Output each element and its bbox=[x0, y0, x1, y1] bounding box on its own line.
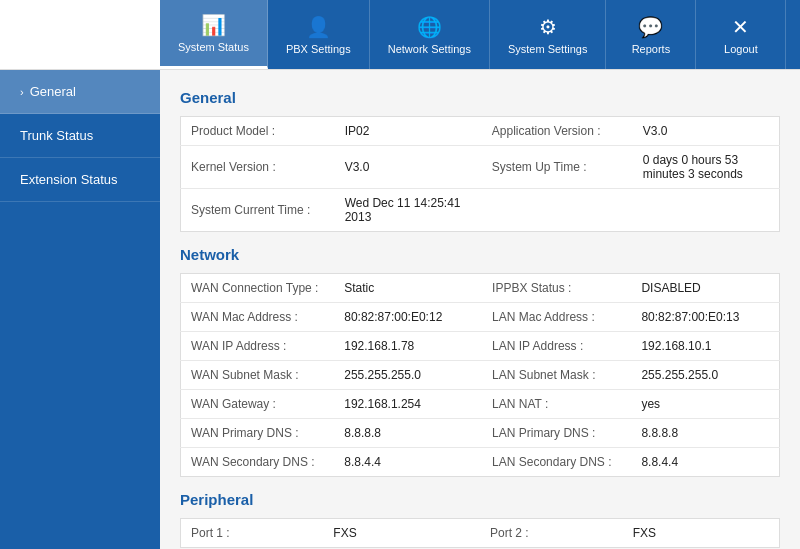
field-value: DISABLED bbox=[631, 274, 779, 303]
info-table-peripheral_title: Port 1 :FXSPort 2 :FXS bbox=[180, 518, 780, 548]
field-label: WAN Mac Address : bbox=[181, 303, 335, 332]
nav-tab-logout[interactable]: ✕ Logout bbox=[696, 0, 786, 69]
header: 📊 System Status 👤 PBX Settings 🌐 Network… bbox=[0, 0, 800, 70]
field-value: 8.8.4.4 bbox=[334, 448, 482, 477]
chevron-icon: › bbox=[20, 86, 24, 98]
field-value: 192.168.1.254 bbox=[334, 390, 482, 419]
field-value: 192.168.1.78 bbox=[334, 332, 482, 361]
nav-tabs: 📊 System Status 👤 PBX Settings 🌐 Network… bbox=[160, 0, 800, 69]
sidebar-item-trunk-status[interactable]: Trunk Status bbox=[0, 114, 160, 158]
field-value: 80:82:87:00:E0:12 bbox=[334, 303, 482, 332]
nav-tab-system-settings[interactable]: ⚙ System Settings bbox=[490, 0, 606, 69]
field-label bbox=[482, 189, 633, 232]
field-value: IP02 bbox=[335, 117, 482, 146]
field-label: Kernel Version : bbox=[181, 146, 335, 189]
pbx-settings-label: PBX Settings bbox=[286, 43, 351, 55]
field-label: LAN NAT : bbox=[482, 390, 631, 419]
system-status-icon: 📊 bbox=[201, 13, 226, 37]
field-value: 255.255.255.0 bbox=[631, 361, 779, 390]
field-value: 8.8.8.8 bbox=[334, 419, 482, 448]
reports-icon: 💬 bbox=[638, 15, 663, 39]
section-title-general_title: General bbox=[180, 89, 780, 106]
sidebar-label: General bbox=[30, 84, 76, 99]
field-value: FXS bbox=[323, 519, 480, 548]
field-label: WAN IP Address : bbox=[181, 332, 335, 361]
field-value: 80:82:87:00:E0:13 bbox=[631, 303, 779, 332]
field-label: LAN Mac Address : bbox=[482, 303, 631, 332]
info-table-network_title: WAN Connection Type :StaticIPPBX Status … bbox=[180, 273, 780, 477]
section-title-peripheral_title: Peripheral bbox=[180, 491, 780, 508]
reports-label: Reports bbox=[632, 43, 671, 55]
nav-tab-network-settings[interactable]: 🌐 Network Settings bbox=[370, 0, 490, 69]
table-row: WAN Secondary DNS :8.8.4.4LAN Secondary … bbox=[181, 448, 780, 477]
network-settings-icon: 🌐 bbox=[417, 15, 442, 39]
sidebar: ›GeneralTrunk StatusExtension Status bbox=[0, 70, 160, 549]
sidebar-label: Trunk Status bbox=[20, 128, 93, 143]
nav-tab-pbx-settings[interactable]: 👤 PBX Settings bbox=[268, 0, 370, 69]
info-table-general_title: Product Model :IP02Application Version :… bbox=[180, 116, 780, 232]
field-label: WAN Primary DNS : bbox=[181, 419, 335, 448]
field-label: Application Version : bbox=[482, 117, 633, 146]
field-label: LAN Subnet Mask : bbox=[482, 361, 631, 390]
table-row: WAN Primary DNS :8.8.8.8LAN Primary DNS … bbox=[181, 419, 780, 448]
field-label: LAN IP Address : bbox=[482, 332, 631, 361]
table-row: WAN IP Address :192.168.1.78LAN IP Addre… bbox=[181, 332, 780, 361]
table-row: WAN Connection Type :StaticIPPBX Status … bbox=[181, 274, 780, 303]
field-value: 0 days 0 hours 53 minutes 3 seconds bbox=[633, 146, 780, 189]
sidebar-item-general[interactable]: ›General bbox=[0, 70, 160, 114]
field-value: yes bbox=[631, 390, 779, 419]
field-label: WAN Connection Type : bbox=[181, 274, 335, 303]
field-value: V3.0 bbox=[335, 146, 482, 189]
section-title-network_title: Network bbox=[180, 246, 780, 263]
network-settings-label: Network Settings bbox=[388, 43, 471, 55]
table-row: Port 1 :FXSPort 2 :FXS bbox=[181, 519, 780, 548]
system-settings-icon: ⚙ bbox=[539, 15, 557, 39]
field-label: Product Model : bbox=[181, 117, 335, 146]
main-layout: ›GeneralTrunk StatusExtension Status Gen… bbox=[0, 70, 800, 549]
field-value: 192.168.10.1 bbox=[631, 332, 779, 361]
nav-tab-reports[interactable]: 💬 Reports bbox=[606, 0, 696, 69]
field-value: V3.0 bbox=[633, 117, 780, 146]
table-row: Product Model :IP02Application Version :… bbox=[181, 117, 780, 146]
system-status-label: System Status bbox=[178, 41, 249, 53]
field-value: 8.8.8.8 bbox=[631, 419, 779, 448]
system-settings-label: System Settings bbox=[508, 43, 587, 55]
field-value: FXS bbox=[623, 519, 780, 548]
table-row: Kernel Version :V3.0System Up Time :0 da… bbox=[181, 146, 780, 189]
field-label: LAN Primary DNS : bbox=[482, 419, 631, 448]
logout-label: Logout bbox=[724, 43, 758, 55]
field-value: 255.255.255.0 bbox=[334, 361, 482, 390]
field-value: 8.8.4.4 bbox=[631, 448, 779, 477]
table-row: WAN Gateway :192.168.1.254LAN NAT :yes bbox=[181, 390, 780, 419]
content-area: GeneralProduct Model :IP02Application Ve… bbox=[160, 70, 800, 549]
field-label: WAN Gateway : bbox=[181, 390, 335, 419]
field-label: Port 1 : bbox=[181, 519, 324, 548]
field-label: WAN Secondary DNS : bbox=[181, 448, 335, 477]
nav-tab-system-status[interactable]: 📊 System Status bbox=[160, 0, 268, 69]
logo-area bbox=[0, 0, 160, 69]
logout-icon: ✕ bbox=[732, 15, 749, 39]
field-label: Port 2 : bbox=[480, 519, 623, 548]
field-label: IPPBX Status : bbox=[482, 274, 631, 303]
field-label: System Up Time : bbox=[482, 146, 633, 189]
field-label: LAN Secondary DNS : bbox=[482, 448, 631, 477]
sidebar-label: Extension Status bbox=[20, 172, 118, 187]
table-row: WAN Subnet Mask :255.255.255.0LAN Subnet… bbox=[181, 361, 780, 390]
sidebar-item-extension-status[interactable]: Extension Status bbox=[0, 158, 160, 202]
table-row: System Current Time :Wed Dec 11 14:25:41… bbox=[181, 189, 780, 232]
pbx-settings-icon: 👤 bbox=[306, 15, 331, 39]
table-row: WAN Mac Address :80:82:87:00:E0:12LAN Ma… bbox=[181, 303, 780, 332]
field-value: Wed Dec 11 14:25:41 2013 bbox=[335, 189, 482, 232]
field-value bbox=[633, 189, 780, 232]
field-label: System Current Time : bbox=[181, 189, 335, 232]
field-value: Static bbox=[334, 274, 482, 303]
field-label: WAN Subnet Mask : bbox=[181, 361, 335, 390]
